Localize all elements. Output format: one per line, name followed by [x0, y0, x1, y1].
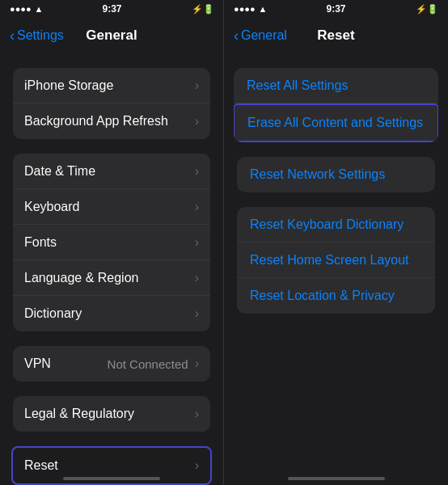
- reset-home-screen-label: Reset Home Screen Layout: [250, 253, 409, 268]
- reset-network-row[interactable]: Reset Network Settings: [237, 157, 435, 192]
- iphone-storage-chevron: ›: [195, 78, 199, 93]
- reset-content: Reset All Settings Erase All Content and…: [224, 53, 448, 485]
- dictionary-label: Dictionary: [24, 306, 82, 321]
- reset-location-row[interactable]: Reset Location & Privacy: [237, 278, 435, 314]
- reset-all-settings-label: Reset All Settings: [247, 78, 348, 93]
- reset-keyboard-row[interactable]: Reset Keyboard Dictionary: [237, 207, 435, 242]
- section-storage: iPhone Storage › Background App Refresh …: [0, 68, 223, 139]
- keyboard-label: Keyboard: [24, 200, 80, 214]
- legal-regulatory-row[interactable]: Legal & Regulatory ›: [13, 396, 210, 432]
- reset-network-group: Reset Network Settings: [237, 157, 435, 192]
- reset-title: Reset: [317, 27, 354, 44]
- reset-chevron: ›: [195, 458, 199, 473]
- section-reset-main: Reset All Settings Erase All Content and…: [224, 68, 448, 142]
- reset-home-screen-row[interactable]: Reset Home Screen Layout: [237, 242, 435, 278]
- language-region-right: ›: [195, 271, 199, 285]
- language-region-label: Language & Region: [24, 271, 138, 285]
- time-left: 9:37: [102, 3, 121, 15]
- reset-label: Reset: [24, 458, 58, 473]
- dictionary-chevron: ›: [195, 306, 199, 321]
- reset-main-group: Reset All Settings Erase All Content and…: [234, 68, 438, 142]
- wifi-icon: ▲: [35, 4, 44, 14]
- keyboard-chevron: ›: [195, 200, 199, 214]
- fonts-chevron: ›: [195, 235, 199, 250]
- fonts-right: ›: [195, 235, 199, 250]
- background-app-refresh-label: Background App Refresh: [24, 114, 168, 129]
- signal-icons-right: ●●●● ▲: [234, 4, 267, 14]
- background-app-refresh-chevron: ›: [195, 114, 199, 129]
- status-bar-left: ●●●● ▲ 9:37 ⚡🔋: [0, 0, 224, 18]
- fonts-row[interactable]: Fonts ›: [13, 225, 210, 260]
- battery-icon-left: ⚡🔋: [192, 4, 214, 15]
- erase-all-content-label: Erase All Content and Settings: [247, 116, 423, 130]
- vpn-row[interactable]: VPN Not Connected ›: [13, 346, 210, 382]
- keyboard-row[interactable]: Keyboard ›: [13, 189, 210, 225]
- general-back-label: Settings: [17, 28, 64, 43]
- vpn-right: Not Connected ›: [108, 356, 199, 371]
- group-legal: Legal & Regulatory ›: [13, 396, 210, 432]
- wifi-icon-right: ▲: [259, 4, 268, 14]
- background-app-refresh-row[interactable]: Background App Refresh ›: [13, 103, 210, 139]
- date-time-row[interactable]: Date & Time ›: [13, 154, 210, 189]
- vpn-label: VPN: [24, 356, 51, 371]
- reset-location-label: Reset Location & Privacy: [250, 289, 395, 303]
- section-datetime: Date & Time › Keyboard › Fonts ›: [0, 154, 223, 331]
- legal-regulatory-right: ›: [195, 407, 199, 421]
- background-app-refresh-right: ›: [195, 114, 199, 129]
- iphone-storage-right: ›: [195, 78, 199, 93]
- section-reset-misc: Reset Keyboard Dictionary Reset Home Scr…: [224, 207, 448, 314]
- date-time-label: Date & Time: [24, 164, 95, 179]
- dictionary-row[interactable]: Dictionary ›: [13, 296, 210, 331]
- status-bar-right: ●●●● ▲ 9:37 ⚡🔋: [224, 0, 448, 18]
- reset-right: ›: [195, 458, 199, 473]
- general-nav-header: ‹ Settings General: [0, 18, 223, 53]
- home-indicator-right: [288, 477, 385, 480]
- reset-back-label: General: [241, 28, 287, 43]
- signal-icons: ●●●● ▲: [10, 4, 43, 14]
- general-back-button[interactable]: ‹ Settings: [10, 28, 64, 43]
- reset-all-settings-row[interactable]: Reset All Settings: [234, 68, 438, 103]
- reset-misc-group: Reset Keyboard Dictionary Reset Home Scr…: [237, 207, 435, 314]
- reset-back-chevron-icon: ‹: [234, 28, 239, 43]
- erase-all-content-row[interactable]: Erase All Content and Settings: [235, 105, 437, 141]
- reset-network-label: Reset Network Settings: [250, 167, 385, 182]
- section-reset-network: Reset Network Settings: [224, 157, 448, 192]
- reset-nav-header: ‹ General Reset: [224, 18, 448, 53]
- vpn-value: Not Connected: [108, 357, 188, 371]
- iphone-storage-label: iPhone Storage: [24, 78, 113, 93]
- reset-back-button[interactable]: ‹ General: [234, 28, 287, 43]
- dictionary-right: ›: [195, 306, 199, 321]
- battery-icon-right: ⚡🔋: [416, 4, 438, 15]
- date-time-chevron: ›: [195, 164, 199, 179]
- section-vpn: VPN Not Connected ›: [0, 346, 223, 382]
- reset-panel: ●●●● ▲ 9:37 ⚡🔋 ‹ General Reset Reset All…: [224, 0, 448, 485]
- signal-icon: ●●●●: [10, 4, 32, 14]
- fonts-label: Fonts: [24, 235, 57, 250]
- date-time-right: ›: [195, 164, 199, 179]
- general-title: General: [86, 27, 137, 44]
- general-panel: ●●●● ▲ 9:37 ⚡🔋 ‹ Settings General iPhone…: [0, 0, 224, 485]
- general-content: iPhone Storage › Background App Refresh …: [0, 53, 223, 485]
- signal-icon-right: ●●●●: [234, 4, 256, 14]
- group-datetime: Date & Time › Keyboard › Fonts ›: [13, 154, 210, 331]
- erase-all-content-highlighted: Erase All Content and Settings: [234, 103, 438, 142]
- group-storage: iPhone Storage › Background App Refresh …: [13, 68, 210, 139]
- language-region-row[interactable]: Language & Region ›: [13, 260, 210, 296]
- keyboard-right: ›: [195, 200, 199, 214]
- back-chevron-icon: ‹: [10, 28, 15, 43]
- section-legal: Legal & Regulatory ›: [0, 396, 223, 432]
- legal-regulatory-chevron: ›: [195, 407, 199, 421]
- home-indicator-left: [63, 477, 160, 480]
- group-vpn: VPN Not Connected ›: [13, 346, 210, 382]
- iphone-storage-row[interactable]: iPhone Storage ›: [13, 68, 210, 103]
- battery-icons-right: ⚡🔋: [416, 4, 438, 15]
- reset-keyboard-label: Reset Keyboard Dictionary: [250, 217, 404, 232]
- language-region-chevron: ›: [195, 271, 199, 285]
- battery-icons-left: ⚡🔋: [192, 4, 214, 15]
- vpn-chevron: ›: [195, 356, 199, 371]
- legal-regulatory-label: Legal & Regulatory: [24, 407, 134, 421]
- time-right: 9:37: [326, 3, 345, 15]
